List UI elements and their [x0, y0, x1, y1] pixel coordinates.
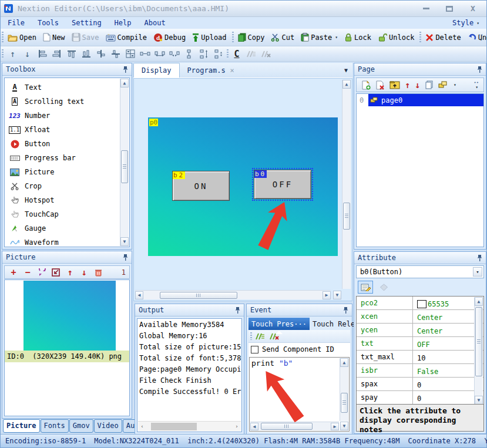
page-list-row[interactable]: 0 page0	[357, 94, 483, 106]
canvas-vscrollbar[interactable]: ▲	[342, 80, 351, 289]
scroll-down-icon[interactable]: ▼	[340, 422, 348, 430]
lock-button[interactable]: Lock	[342, 32, 375, 43]
open-button[interactable]: Open	[5, 32, 41, 43]
scroll-thumb[interactable]	[261, 423, 313, 430]
menu-about[interactable]: About	[145, 19, 173, 27]
scroll-right-icon[interactable]: ▶	[331, 423, 339, 430]
copy-button[interactable]: Copy	[236, 32, 269, 43]
menu-tools[interactable]: Tools	[38, 19, 66, 27]
menu-help[interactable]: Help	[115, 19, 139, 27]
align-top-button[interactable]	[64, 48, 79, 60]
pin-icon[interactable]	[123, 254, 128, 261]
canvas-button-on[interactable]: b2 ON	[172, 171, 230, 201]
close-tab-icon[interactable]: ×	[230, 66, 234, 75]
remove-picture-button[interactable]: −	[21, 267, 34, 278]
bring-front-button[interactable]: ↑	[5, 48, 20, 60]
scroll-right-icon[interactable]: ›	[233, 423, 241, 429]
center-vertical-button[interactable]	[108, 48, 123, 60]
toolbox-item-xfloat[interactable]: 1.1Xfloat	[5, 123, 129, 137]
align-left-button[interactable]	[35, 48, 49, 60]
tab-gmov[interactable]: Gmov	[69, 419, 93, 433]
refresh-picture-button[interactable]	[35, 267, 48, 278]
debug-button[interactable]: d Debug	[151, 32, 190, 43]
toolbox-item-picture[interactable]: Picture	[5, 165, 129, 179]
move-page-up-button[interactable]: ↑	[405, 80, 410, 90]
copy-page-button[interactable]	[425, 80, 434, 89]
pin-icon[interactable]	[343, 306, 348, 314]
paste-caret-icon[interactable]: ▾	[335, 35, 338, 40]
delete-page-button[interactable]	[375, 80, 385, 90]
component-caret-icon[interactable]: ▾	[454, 82, 456, 87]
toolbox-item-waveform[interactable]: Waveform	[5, 235, 129, 247]
import-page-button[interactable]	[389, 80, 400, 89]
tab-display[interactable]: Display	[133, 63, 180, 78]
close-button[interactable]: X	[463, 4, 483, 14]
move-page-down-button[interactable]: ↓	[415, 80, 420, 90]
send-back-button[interactable]: ↓	[20, 48, 35, 60]
attr-row-xcen[interactable]: xcenCenter	[357, 310, 483, 324]
add-comment-button[interactable]	[254, 332, 265, 341]
toolbox-item-button[interactable]: Button	[5, 137, 129, 151]
v-spacing-equal-button[interactable]	[182, 48, 196, 60]
attr-row-pco2[interactable]: pco265535	[357, 297, 483, 310]
scroll-up-icon[interactable]: ▲	[120, 79, 129, 87]
scroll-thumb[interactable]	[475, 307, 482, 376]
scroll-thumb[interactable]	[343, 203, 350, 230]
design-canvas[interactable]: p0 b2 ON b0 OFF ▲ ◀ ▶ ▼	[133, 78, 352, 301]
tab-list-dropdown[interactable]: ▼	[340, 63, 352, 78]
minimize-button[interactable]	[416, 4, 436, 14]
toolbox-item-number[interactable]: 123Number	[5, 109, 129, 123]
add-comment-button[interactable]	[243, 48, 258, 60]
paste-button[interactable]: Paste ▾	[298, 32, 342, 43]
scroll-thumb[interactable]	[151, 423, 197, 430]
style-menu[interactable]: Style ▾	[452, 19, 479, 27]
canvas-hscrollbar[interactable]: ◀ ▶	[135, 290, 331, 299]
pin-icon[interactable]	[477, 66, 482, 73]
toolbar-overflow-button[interactable]: ••▾	[477, 30, 484, 45]
attribute-scrollbar[interactable]: ▲ ▼	[474, 297, 483, 405]
toolbox-item-touchcap[interactable]: TouchCap	[5, 207, 129, 221]
component-selector[interactable]: b0(Button) ▾	[356, 265, 484, 278]
toolbox-item-crop[interactable]: Crop	[5, 179, 129, 193]
unlock-button[interactable]: Unlock	[375, 32, 418, 43]
code-vscrollbar[interactable]: ▲	[340, 358, 348, 421]
scroll-up-icon[interactable]: ▲	[340, 358, 348, 367]
canvas-button-off-selected[interactable]: b0 OFF	[254, 170, 311, 199]
output-hscrollbar[interactable]: ‹ ›	[138, 421, 241, 431]
save-button[interactable]: Save	[69, 32, 103, 43]
remove-comment-button[interactable]	[258, 48, 273, 60]
page-toolbar-overflow[interactable]: ••▾	[474, 81, 479, 89]
scroll-left-icon[interactable]: ◀	[135, 291, 143, 299]
c-syntax-button[interactable]: C	[230, 48, 243, 60]
attr-row-spax[interactable]: spax0	[357, 378, 483, 391]
maximize-button[interactable]	[439, 4, 459, 14]
scroll-right-icon[interactable]: ▶	[323, 291, 331, 299]
delete-all-pictures-button[interactable]	[92, 267, 105, 278]
toolbox-item-hotspot[interactable]: Hotspot	[5, 193, 129, 207]
v-spacing-decrease-button[interactable]	[211, 48, 226, 60]
picture-id-label[interactable]: ID:0 (320X239 149.40K) png	[5, 351, 129, 362]
selector-caret-icon[interactable]: ▾	[473, 267, 482, 277]
color-swatch[interactable]	[417, 300, 426, 308]
picture-thumbnail[interactable]	[23, 281, 116, 351]
align-right-button[interactable]	[49, 48, 64, 60]
pin-icon[interactable]	[123, 66, 128, 73]
page-canvas[interactable]: p0 b2 ON b0 OFF	[148, 117, 338, 256]
h-spacing-increase-button[interactable]	[152, 48, 167, 60]
add-page-button[interactable]	[361, 80, 371, 90]
page-item-selected[interactable]: page0	[368, 94, 483, 106]
toolbox-item-text[interactable]: AText	[5, 80, 129, 95]
attr-row-isbr[interactable]: isbrFalse	[357, 364, 483, 378]
center-horizontal-button[interactable]	[93, 48, 108, 60]
code-line[interactable]: print "b"	[250, 358, 349, 369]
scroll-up-icon[interactable]: ▲	[475, 297, 483, 306]
cut-button[interactable]: Cut	[268, 32, 298, 43]
scroll-down-icon[interactable]: ▼	[475, 396, 483, 405]
tab-program-s[interactable]: Program.s×	[180, 63, 242, 78]
attr-row-spay[interactable]: spay0	[357, 391, 483, 405]
tab-touch-press[interactable]: Touch Pres···	[248, 318, 310, 330]
replace-picture-button[interactable]	[49, 267, 62, 278]
tab-video[interactable]: Video	[94, 419, 122, 433]
component-tools-button[interactable]	[438, 81, 448, 89]
delete-button[interactable]: Delete	[423, 32, 465, 43]
